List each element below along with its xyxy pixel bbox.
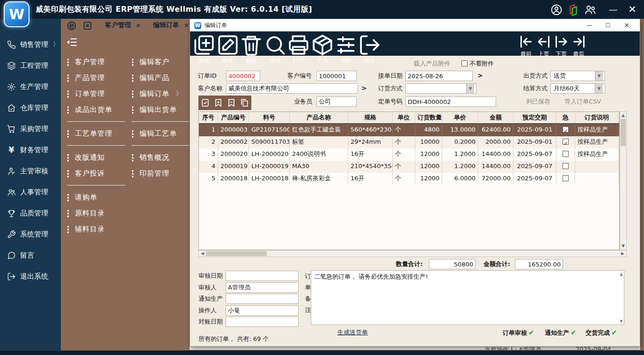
urgent-checkbox[interactable] xyxy=(563,163,569,169)
menu-item-right-0-3[interactable]: 编辑出货单 xyxy=(132,102,191,118)
order-id-field[interactable] xyxy=(226,71,260,81)
review-field-2[interactable] xyxy=(226,294,299,304)
columns-saved-label[interactable]: 列已保存 xyxy=(526,96,550,107)
menu-item-right-0-2[interactable]: 编辑订单〉 xyxy=(132,86,191,102)
menu-item-right-2-0[interactable]: 销售概况 xyxy=(132,149,191,165)
column-header[interactable]: 序号 xyxy=(199,112,218,123)
user-circle-icon[interactable] xyxy=(550,4,563,16)
scroll-down-icon[interactable]: ▼ xyxy=(620,243,626,249)
menu-item-right-1-0[interactable]: 编辑工艺单 xyxy=(132,126,191,141)
nav-button-0[interactable]: 最前 xyxy=(518,33,534,55)
scrollbar-thumb[interactable] xyxy=(621,119,626,146)
close-all-tabs-icon[interactable] xyxy=(82,21,93,30)
bookmark-minus-icon[interactable] xyxy=(227,98,236,107)
review-field-4[interactable] xyxy=(226,317,299,327)
ship-method-select[interactable]: 送货 ▼ xyxy=(550,71,605,81)
menu-item-left-0-0[interactable]: 客户管理 xyxy=(67,54,127,70)
vertical-scrollbar[interactable]: ▲ ▼ xyxy=(620,111,627,250)
chevron-down-icon[interactable]: ▼ xyxy=(595,84,603,93)
column-header[interactable]: 规格 xyxy=(348,112,393,123)
app-close-button[interactable]: ✕ xyxy=(624,0,640,19)
scrollbar-thumb[interactable] xyxy=(206,251,267,256)
urgent-checkbox[interactable] xyxy=(563,126,569,133)
review-field-3[interactable] xyxy=(226,305,299,316)
sidebar-item-1[interactable]: 工程管理 xyxy=(0,58,61,74)
menu-item-left-0-1[interactable]: 产品管理 xyxy=(67,70,127,86)
toolbar-button-1[interactable]: 修改 xyxy=(216,33,240,55)
table-row-2[interactable]: 220000025090011703D标签29*24mm个100000.2000… xyxy=(199,136,619,148)
customer-no-field[interactable] xyxy=(316,71,357,81)
modules-icon[interactable] xyxy=(567,4,579,16)
link-icon[interactable] xyxy=(66,21,77,30)
menu-item-left-3-2[interactable]: 辅料目录 xyxy=(67,221,127,237)
sidebar-item-7[interactable]: 人事管理 xyxy=(0,184,61,200)
generate-delivery-link[interactable]: 生成送货单 xyxy=(337,328,368,337)
nav-button-3[interactable]: 最后 xyxy=(571,33,587,55)
table-row-1[interactable]: 12000003GP210715008红色款手工罐盒装560*460*230个4… xyxy=(199,124,619,136)
toolbar-button-4[interactable]: 打印 xyxy=(287,33,310,55)
menu-item-left-0-2[interactable]: 订单管理 xyxy=(67,86,127,102)
column-header[interactable]: 产品名称 xyxy=(290,112,348,123)
sidebar-item-8[interactable]: 品质管理 xyxy=(0,205,61,221)
nav-button-2[interactable]: 下页 xyxy=(553,33,570,55)
sidebar-item-4[interactable]: 采购管理 xyxy=(0,121,61,137)
app-minimize-button[interactable]: — xyxy=(605,0,621,19)
sidebar-item-0[interactable]: 销售管理〉 xyxy=(0,37,61,52)
toolbar-button-6[interactable]: 维护 xyxy=(334,33,358,55)
column-header[interactable]: 金额 xyxy=(478,112,513,123)
review-field-1[interactable] xyxy=(226,282,299,293)
window-close-button[interactable]: ✕ xyxy=(620,19,634,31)
scroll-right-icon[interactable]: ▶ xyxy=(620,251,626,257)
receive-date-field[interactable] xyxy=(405,71,473,81)
salesman-field[interactable] xyxy=(316,96,357,107)
toolbar-button-3[interactable]: 查找 xyxy=(263,33,287,55)
copy-icon[interactable] xyxy=(240,98,249,107)
window-maximize-button[interactable]: ☐ xyxy=(601,19,615,31)
column-header[interactable]: 预定交期 xyxy=(513,112,556,123)
collapse-menu-icon[interactable] xyxy=(66,37,78,47)
sidebar-item-6[interactable]: 主管审核 xyxy=(0,163,61,179)
sidebar-item-3[interactable]: 仓库管理 xyxy=(0,100,61,116)
users-icon[interactable] xyxy=(584,4,596,16)
tab-close-icon[interactable]: ✕ xyxy=(136,22,141,29)
column-header[interactable]: 急 xyxy=(556,112,575,123)
column-header[interactable]: 产品编号 xyxy=(218,112,249,123)
urgent-checkbox[interactable] xyxy=(563,175,569,181)
column-header[interactable]: 单价 xyxy=(442,112,478,123)
menu-item-right-0-0[interactable]: 编辑客户 xyxy=(132,54,191,70)
menu-item-left-2-1[interactable]: 客户投诉 xyxy=(67,165,127,181)
receive-date-expand-icon[interactable]: > xyxy=(477,72,483,79)
chevron-down-icon[interactable]: ▼ xyxy=(595,71,603,81)
column-header[interactable]: 单位 xyxy=(393,112,415,123)
order-method-select[interactable]: ▼ xyxy=(405,83,476,94)
customer-name-field[interactable] xyxy=(226,83,358,94)
tab-close-icon[interactable]: ✕ xyxy=(184,22,189,29)
table-row-5[interactable]: 52000018LH-2000018禅-私房茶彩盒16开个120006.0000… xyxy=(199,173,619,185)
menu-item-left-3-0[interactable]: 请购单 xyxy=(67,189,127,205)
hide-attachment-checkbox[interactable] xyxy=(461,60,468,67)
load-attachment-link[interactable]: 载入产品附件 xyxy=(414,59,450,69)
sidebar-item-2[interactable]: 生产管理 xyxy=(0,79,61,95)
column-header[interactable]: 订货数量 xyxy=(415,112,442,123)
window-minimize-button[interactable]: — xyxy=(582,19,596,31)
clipboard-check-icon[interactable] xyxy=(201,98,210,107)
menu-item-left-1-0[interactable]: 工艺单管理 xyxy=(67,126,127,141)
nav-button-1[interactable]: 上页 xyxy=(535,33,552,55)
review-field-0[interactable] xyxy=(226,271,299,281)
sidebar-item-11[interactable]: 退出系统 xyxy=(0,268,61,284)
menu-item-right-2-1[interactable]: 印前管理 xyxy=(132,165,191,181)
column-header[interactable]: 料号 xyxy=(249,112,290,123)
tab-customer-management[interactable]: 客户管理✕ xyxy=(105,21,141,30)
sidebar-item-5[interactable]: ¥财务管理 xyxy=(0,142,61,158)
settle-method-select[interactable]: 月结60天 ▼ xyxy=(550,83,605,94)
column-header[interactable]: 订货说明 xyxy=(575,112,619,123)
sidebar-item-10[interactable]: 留言 xyxy=(0,247,61,263)
order-remark-textarea[interactable]: 二笔急的订单， 请务必优先加急安排生产! ▲ ▼ xyxy=(311,270,624,325)
toolbar-button-7[interactable]: 退出 xyxy=(358,33,381,55)
scroll-up-icon[interactable]: ▲ xyxy=(620,112,626,118)
urgent-checkbox[interactable] xyxy=(563,139,569,145)
toolbar-button-5[interactable]: 产品 xyxy=(311,33,334,55)
order-no-field[interactable] xyxy=(405,96,496,107)
menu-item-left-3-1[interactable]: 原料目录 xyxy=(67,205,127,221)
customer-name-expand-icon[interactable]: > xyxy=(361,84,367,92)
